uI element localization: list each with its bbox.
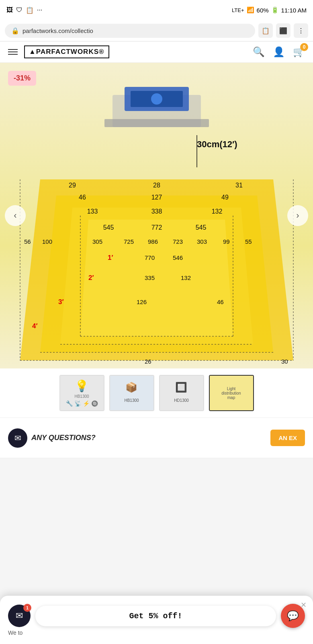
svg-rect-4 (104, 119, 209, 127)
more-icon: ··· (37, 6, 42, 14)
thumbnail-3[interactable]: 🔲HD1300 (159, 375, 204, 411)
svg-text:127: 127 (151, 194, 162, 201)
svg-text:28: 28 (153, 182, 160, 189)
svg-text:132: 132 (212, 208, 223, 215)
svg-marker-11 (80, 220, 233, 336)
gallery-icon: 🖼 (6, 6, 13, 14)
logo-text: ▲PARFACTWORKS® (24, 45, 109, 58)
next-image-button[interactable]: › (287, 205, 308, 226)
thumb-img-4: Lightdistributionmap (210, 376, 253, 410)
svg-text:56: 56 (24, 238, 31, 245)
svg-text:546: 546 (173, 254, 183, 261)
lte-icon: LTE+ (232, 7, 244, 13)
lock-icon: 🔒 (11, 27, 19, 35)
svg-text:55: 55 (245, 238, 252, 245)
status-right-info: LTE+ 📶 60% 🔋 11:10 AM (232, 6, 307, 14)
svg-text:46: 46 (79, 194, 86, 201)
ask-expert-button[interactable]: AN EX (270, 430, 305, 446)
product-image-area: -31% ‹ › 30cm(12′) (0, 63, 313, 368)
account-icon[interactable]: 👤 (273, 46, 285, 58)
shield-icon: 🛡 (16, 6, 23, 14)
cart-badge: 0 (300, 43, 308, 51)
nav-bar: ▲PARFACTWORKS® 🔍 👤 🛒 0 (0, 41, 313, 63)
svg-text:2′: 2′ (88, 274, 94, 282)
svg-text:303: 303 (197, 238, 207, 245)
svg-text:723: 723 (173, 238, 183, 245)
svg-text:1′: 1′ (108, 254, 113, 261)
svg-text:133: 133 (87, 208, 98, 215)
status-left-icons: 🖼 🛡 📋 ··· (6, 6, 42, 14)
thumb-img-1: 💡 HB1300 🔧 📡 ⚡ 🔘 (60, 376, 104, 410)
svg-text:49: 49 (221, 194, 229, 201)
svg-text:99: 99 (223, 238, 230, 245)
more-options-button[interactable]: ⋮ (294, 23, 308, 38)
status-bar: 🖼 🛡 📋 ··· LTE+ 📶 60% 🔋 11:10 AM (0, 0, 313, 20)
thumbnail-strip: 💡 HB1300 🔧 📡 ⚡ 🔘 📦HB1300 🔲HD1300 Lightdi… (0, 368, 313, 418)
svg-text:132: 132 (181, 274, 191, 281)
svg-text:770: 770 (145, 254, 155, 261)
svg-text:4′: 4′ (32, 322, 38, 330)
cart-icon[interactable]: 🛒 0 (293, 46, 305, 58)
svg-text:772: 772 (151, 224, 162, 231)
battery-text: 60% (257, 7, 269, 14)
svg-text:725: 725 (124, 238, 134, 245)
browser-menu-button[interactable]: ⬛ (276, 23, 290, 38)
hamburger-menu[interactable] (8, 49, 18, 55)
svg-text:30cm(12′): 30cm(12′) (197, 139, 237, 149)
logo: ▲PARFACTWORKS® (24, 45, 246, 58)
svg-text:305: 305 (92, 238, 102, 245)
browser-bar: 🔒 parfactworks.com/collectio 📋 ⬛ ⋮ (0, 20, 313, 41)
spacer (0, 458, 313, 506)
svg-text:3′: 3′ (58, 298, 64, 306)
url-text: parfactworks.com/collectio (23, 27, 93, 34)
svg-text:126: 126 (137, 298, 147, 305)
discount-badge: -31% (8, 71, 36, 86)
questions-text: ANY QUESTIONS? (31, 434, 96, 442)
thumb-img-2: 📦HB1300 (110, 376, 153, 410)
clipboard-icon: 📋 (26, 6, 34, 14)
product-diagram: 30cm(12′) 29 28 31 46 127 49 133 338 132 (0, 63, 313, 368)
signal-icon: 📶 (247, 6, 254, 14)
battery-icon: 🔋 (271, 6, 279, 14)
svg-text:26: 26 (145, 358, 151, 365)
nav-icons: 🔍 👤 🛒 0 (253, 46, 305, 58)
svg-text:545: 545 (196, 224, 207, 231)
svg-text:545: 545 (103, 224, 114, 231)
url-bar[interactable]: 🔒 parfactworks.com/collectio (5, 24, 255, 38)
thumbnail-1[interactable]: 💡 HB1300 🔧 📡 ⚡ 🔘 (59, 375, 104, 411)
svg-text:338: 338 (151, 208, 162, 215)
svg-text:30: 30 (281, 358, 288, 365)
svg-text:986: 986 (148, 238, 158, 245)
tab-view-button[interactable]: 📋 (258, 23, 273, 38)
prev-image-button[interactable]: ‹ (5, 205, 26, 226)
questions-icon: ✉ (8, 428, 27, 448)
time-display: 11:10 AM (281, 7, 307, 14)
svg-point-3 (151, 93, 162, 105)
questions-bar: ✉ ANY QUESTIONS? AN EX (0, 418, 313, 458)
svg-text:100: 100 (42, 238, 52, 245)
thumb-img-3: 🔲HD1300 (160, 376, 203, 410)
svg-text:31: 31 (235, 182, 243, 189)
svg-text:29: 29 (69, 182, 76, 189)
search-icon[interactable]: 🔍 (253, 46, 265, 58)
svg-text:335: 335 (145, 274, 155, 281)
thumbnail-2[interactable]: 📦HB1300 (109, 375, 154, 411)
svg-text:46: 46 (217, 298, 224, 305)
thumbnail-4[interactable]: Lightdistributionmap (209, 375, 254, 411)
